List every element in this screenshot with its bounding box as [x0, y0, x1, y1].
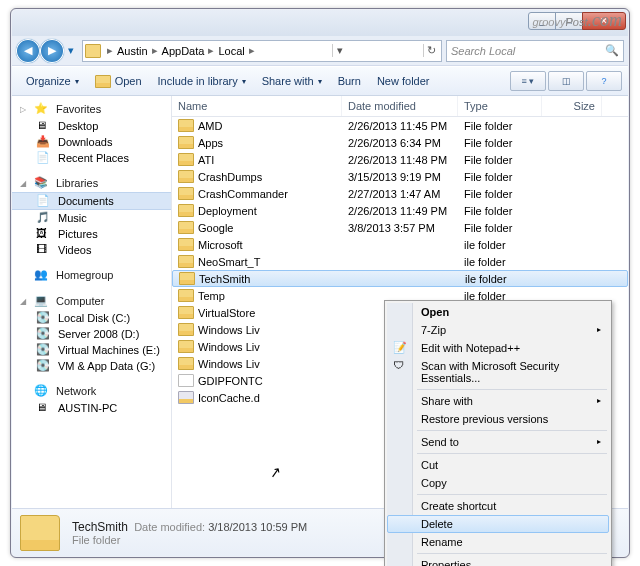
sidebar-item-documents[interactable]: 📄Documents — [12, 192, 171, 210]
chevron-right-icon[interactable]: ▸ — [105, 44, 115, 57]
sidebar-item-drive[interactable]: 💽Virtual Machines (E:) — [12, 342, 171, 358]
column-size[interactable]: Size — [542, 96, 602, 116]
sidebar-homegroup[interactable]: ▷👥Homegroup — [12, 266, 171, 284]
organize-menu[interactable]: Organize▾ — [18, 71, 87, 91]
ctx-delete[interactable]: Delete — [387, 515, 609, 533]
file-date: 2/26/2013 11:45 PM — [342, 120, 458, 132]
table-row[interactable]: TechSmithile folder — [172, 270, 628, 287]
search-input[interactable]: Search Local 🔍 — [446, 40, 624, 62]
table-row[interactable]: Apps2/26/2013 6:34 PMFile folder — [172, 134, 628, 151]
file-type: File folder — [458, 222, 542, 234]
sidebar-libraries[interactable]: ◢📚Libraries — [12, 174, 171, 192]
chevron-right-icon[interactable]: ▸ — [206, 44, 216, 57]
ctx-shortcut[interactable]: Create shortcut — [387, 497, 609, 515]
file-icon — [178, 374, 194, 387]
folder-icon — [178, 221, 194, 234]
star-icon: ⭐ — [34, 102, 50, 116]
folder-icon — [178, 136, 194, 149]
table-row[interactable]: CrashCommander2/27/2013 1:47 AMFile fold… — [172, 185, 628, 202]
folder-icon — [178, 289, 194, 302]
breadcrumb[interactable]: Austin — [115, 45, 150, 57]
breadcrumb[interactable]: AppData — [160, 45, 207, 57]
ctx-open[interactable]: Open — [387, 303, 609, 321]
file-date: 2/27/2013 1:47 AM — [342, 188, 458, 200]
collapse-icon[interactable]: ▷ — [18, 105, 28, 114]
folder-open-icon — [95, 75, 111, 88]
sidebar-item-pictures[interactable]: 🖼Pictures — [12, 226, 171, 242]
sidebar-item-music[interactable]: 🎵Music — [12, 210, 171, 226]
file-date: 2/26/2013 6:34 PM — [342, 137, 458, 149]
table-row[interactable]: AMD2/26/2013 11:45 PMFile folder — [172, 117, 628, 134]
address-bar[interactable]: ▸ Austin ▸ AppData ▸ Local ▸ ▾ ↻ — [82, 40, 442, 62]
sidebar-item-desktop[interactable]: 🖥Desktop — [12, 118, 171, 134]
burn-button[interactable]: Burn — [330, 71, 369, 91]
shield-icon: 🛡 — [393, 359, 409, 373]
collapse-icon[interactable]: ◢ — [18, 179, 28, 188]
breadcrumb[interactable]: Local — [216, 45, 246, 57]
ctx-scan[interactable]: 🛡Scan with Microsoft Security Essentials… — [387, 357, 609, 387]
sidebar-item-drive[interactable]: 💽VM & App Data (G:) — [12, 358, 171, 374]
status-name: TechSmith — [72, 520, 128, 534]
view-mode-button[interactable]: ≡ ▾ — [510, 71, 546, 91]
table-row[interactable]: Microsoftile folder — [172, 236, 628, 253]
ctx-properties[interactable]: Properties — [387, 556, 609, 566]
sidebar-network[interactable]: ▷🌐Network — [12, 382, 171, 400]
refresh-button[interactable]: ↻ — [423, 44, 439, 57]
column-date[interactable]: Date modified — [342, 96, 458, 116]
share-with-menu[interactable]: Share with▾ — [254, 71, 330, 91]
sidebar-item-drive[interactable]: 💽Server 2008 (D:) — [12, 326, 171, 342]
sidebar-item-drive[interactable]: 💽Local Disk (C:) — [12, 310, 171, 326]
search-icon[interactable]: 🔍 — [605, 44, 619, 57]
sidebar-favorites[interactable]: ▷⭐Favorites — [12, 100, 171, 118]
ctx-cut[interactable]: Cut — [387, 456, 609, 474]
context-menu: Open 7-Zip▸ 📝Edit with Notepad++ 🛡Scan w… — [384, 300, 612, 566]
ctx-restore[interactable]: Restore previous versions — [387, 410, 609, 428]
forward-button[interactable]: ▶ — [40, 39, 64, 63]
file-name: Apps — [198, 137, 223, 149]
ctx-copy[interactable]: Copy — [387, 474, 609, 492]
sidebar-computer[interactable]: ◢💻Computer — [12, 292, 171, 310]
table-row[interactable]: CrashDumps3/15/2013 9:19 PMFile folder — [172, 168, 628, 185]
explorer-window: _ □ ✕ ◀ ▶ ▾ ▸ Austin ▸ AppData ▸ Local ▸… — [10, 8, 630, 558]
chevron-down-icon: ▾ — [318, 77, 322, 86]
ctx-7zip[interactable]: 7-Zip▸ — [387, 321, 609, 339]
file-name: Deployment — [198, 205, 257, 217]
table-row[interactable]: Deployment2/26/2013 11:49 PMFile folder — [172, 202, 628, 219]
table-row[interactable]: NeoSmart_Tile folder — [172, 253, 628, 270]
table-row[interactable]: Google3/8/2013 3:57 PMFile folder — [172, 219, 628, 236]
sidebar-item-downloads[interactable]: 📥Downloads — [12, 134, 171, 150]
column-name[interactable]: Name — [172, 96, 342, 116]
drive-icon: 💽 — [36, 327, 52, 341]
new-folder-button[interactable]: New folder — [369, 71, 438, 91]
desktop-icon: 🖥 — [36, 119, 52, 133]
collapse-icon[interactable]: ◢ — [18, 297, 28, 306]
file-type: File folder — [458, 188, 542, 200]
notepad-icon: 📝 — [393, 341, 409, 355]
ctx-notepad[interactable]: 📝Edit with Notepad++ — [387, 339, 609, 357]
help-button[interactable]: ? — [586, 71, 622, 91]
column-type[interactable]: Type — [458, 96, 542, 116]
sidebar-item-videos[interactable]: 🎞Videos — [12, 242, 171, 258]
chevron-right-icon[interactable]: ▸ — [150, 44, 160, 57]
sidebar-item-pc[interactable]: 🖥AUSTIN-PC — [12, 400, 171, 416]
address-dropdown[interactable]: ▾ — [332, 44, 348, 57]
homegroup-icon: 👥 — [34, 268, 50, 282]
ctx-sendto[interactable]: Send to▸ — [387, 433, 609, 451]
preview-pane-button[interactable]: ◫ — [548, 71, 584, 91]
folder-icon — [178, 153, 194, 166]
back-button[interactable]: ◀ — [16, 39, 40, 63]
chevron-right-icon[interactable]: ▸ — [247, 44, 257, 57]
table-row[interactable]: ATI2/26/2013 11:48 PMFile folder — [172, 151, 628, 168]
history-dropdown[interactable]: ▾ — [64, 41, 78, 61]
ctx-share[interactable]: Share with▸ — [387, 392, 609, 410]
include-library-menu[interactable]: Include in library▾ — [150, 71, 254, 91]
folder-icon — [85, 44, 101, 58]
video-icon: 🎞 — [36, 243, 52, 257]
picture-icon: 🖼 — [36, 227, 52, 241]
open-button[interactable]: Open — [87, 71, 150, 92]
folder-icon — [178, 238, 194, 251]
sidebar-item-recent[interactable]: 📄Recent Places — [12, 150, 171, 166]
file-date: 3/15/2013 9:19 PM — [342, 171, 458, 183]
nav-row: ◀ ▶ ▾ ▸ Austin ▸ AppData ▸ Local ▸ ▾ ↻ S… — [12, 36, 628, 66]
ctx-rename[interactable]: Rename — [387, 533, 609, 551]
